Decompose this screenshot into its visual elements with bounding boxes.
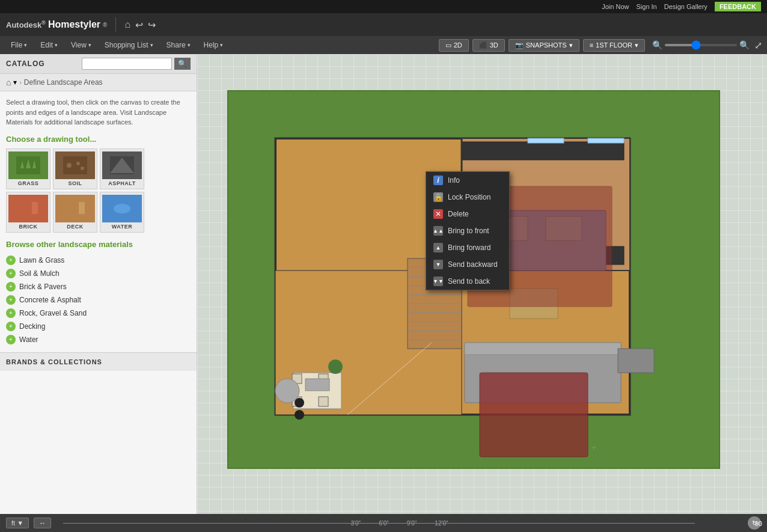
ctx-send-backward[interactable]: ▼ Send backward <box>426 256 509 273</box>
search-input[interactable] <box>82 58 172 70</box>
canvas-area[interactable]: + i Info 🔒 Lock Position <box>197 54 767 514</box>
soil-tool[interactable]: SOIL <box>53 148 97 189</box>
units-button[interactable]: ft ▼ <box>6 518 29 528</box>
undo-icon[interactable]: ↩ <box>135 19 143 31</box>
menu-bar: File ▾ Edit ▾ View ▾ Shopping List ▾ Sha… <box>0 36 767 54</box>
svg-point-15 <box>114 204 130 213</box>
deck-tool[interactable]: DECK <box>53 192 97 233</box>
fullscreen-icon[interactable]: ⤢ <box>754 40 762 51</box>
bring-to-front-icon: ▲▲ <box>433 226 443 236</box>
join-now-link[interactable]: Join Now <box>602 3 629 10</box>
catalog-title: CATALOG <box>6 60 45 68</box>
home-breadcrumb-icon[interactable]: ⌂ <box>6 78 11 87</box>
soil-icon <box>63 156 87 174</box>
grass-icon <box>16 156 40 174</box>
edit-menu[interactable]: Edit ▾ <box>34 38 64 52</box>
ctx-send-to-back[interactable]: ▼▼ Send to back <box>426 273 509 290</box>
browse-decking[interactable]: + Decking <box>6 320 191 333</box>
browse-lawn-grass[interactable]: + Lawn & Grass <box>6 254 191 267</box>
feedback-button[interactable]: FEEDBACK <box>715 2 761 11</box>
browse-water[interactable]: + Water <box>6 333 191 346</box>
top-bar: Join Now Sign In Design Gallery FEEDBACK <box>0 0 767 13</box>
grass-thumbnail <box>8 151 48 179</box>
ctx-delete[interactable]: ✕ Delete <box>426 206 509 222</box>
zoom-out-icon[interactable]: 🔍 <box>652 40 662 50</box>
svg-rect-43 <box>480 373 588 457</box>
ctx-info[interactable]: i Info <box>426 172 509 189</box>
ruler-toggle-button[interactable]: ↔ <box>34 518 51 528</box>
svg-text:+: + <box>591 442 596 453</box>
shopping-list-menu[interactable]: Shopping List ▾ <box>99 38 159 52</box>
brick-icon <box>16 200 40 218</box>
header-divider <box>115 17 116 32</box>
breadcrumb-separator: › <box>19 79 21 86</box>
tool-grid: GRASS SOIL <box>6 148 191 233</box>
water-thumbnail <box>102 195 142 222</box>
ctx-bring-forward[interactable]: ▲ Bring forward <box>426 239 509 256</box>
browse-concrete-asphalt[interactable]: + Concrete & Asphalt <box>6 293 191 307</box>
browse-rock-gravel[interactable]: + Rock, Gravel & Sand <box>6 307 191 320</box>
floor-arrow: ▾ <box>635 41 638 49</box>
home-tool-icon[interactable]: ⌂ <box>124 19 130 30</box>
browse-brick-pavers[interactable]: + Brick & Pavers <box>6 280 191 293</box>
rock-gravel-icon: + <box>6 308 16 318</box>
asphalt-thumbnail <box>102 151 142 179</box>
browse-soil-mulch[interactable]: + Soil & Mulch <box>6 267 191 280</box>
logo-homestyler: Homestyler <box>48 19 100 30</box>
svg-point-6 <box>76 162 80 165</box>
breadcrumb: ⌂ ▾ › Define Landscape Areas <box>0 74 197 91</box>
ctx-lock-label: Lock Position <box>448 193 490 201</box>
sidebar: CATALOG 🔍 ⌂ ▾ › Define Landscape Areas S… <box>0 54 197 514</box>
brick-tool[interactable]: BRICK <box>6 192 50 233</box>
svg-rect-46 <box>528 138 564 143</box>
decking-icon: + <box>6 322 16 331</box>
ctx-lock-position[interactable]: 🔒 Lock Position <box>426 189 509 206</box>
ctx-bring-to-front[interactable]: ▲▲ Bring to front <box>426 222 509 239</box>
ruler-line <box>63 523 695 524</box>
svg-rect-35 <box>319 397 328 406</box>
svg-point-37 <box>295 410 304 420</box>
app-header: Autodesk® Homestyler ® ⌂ ↩ ↪ <box>0 13 767 36</box>
water-tool[interactable]: WATER <box>100 192 144 233</box>
help-menu[interactable]: Help ▾ <box>198 38 230 52</box>
file-menu[interactable]: File ▾ <box>5 38 33 52</box>
design-gallery-link[interactable]: Design Gallery <box>664 3 707 10</box>
svg-rect-42 <box>465 343 621 355</box>
sign-in-link[interactable]: Sign In <box>636 3 656 10</box>
concrete-asphalt-label: Concrete & Asphalt <box>19 296 81 304</box>
catalog-header: CATALOG 🔍 <box>0 54 197 74</box>
breadcrumb-dropdown[interactable]: ▾ <box>13 78 17 87</box>
menubar-right: ▭ 2D ⬛ 3D 📷 SNAPSHOTS ▾ ≡ 1ST FLOOR ▾ 🔍 … <box>439 39 762 52</box>
concrete-asphalt-icon: + <box>6 295 16 305</box>
btn-3d[interactable]: ⬛ 3D <box>472 39 505 52</box>
2d-icon: ▭ <box>445 41 451 49</box>
view-menu[interactable]: View ▾ <box>65 38 97 52</box>
soil-mulch-icon: + <box>6 269 16 278</box>
brick-pavers-icon: + <box>6 282 16 292</box>
svg-rect-19 <box>462 142 624 160</box>
svg-marker-11 <box>32 202 38 214</box>
zoom-value: 90 <box>755 520 762 527</box>
context-menu: i Info 🔒 Lock Position ✕ Delete ▲▲ Bring… <box>426 171 510 290</box>
logo-autodesk: Autodesk® <box>6 20 46 29</box>
shopping-list-arrow: ▾ <box>150 42 153 48</box>
snapshots-arrow: ▾ <box>569 41 573 49</box>
snapshots-button[interactable]: 📷 SNAPSHOTS ▾ <box>509 39 579 52</box>
share-menu[interactable]: Share ▾ <box>160 38 197 52</box>
deck-label: DECK <box>67 224 84 230</box>
soil-mulch-label: Soil & Mulch <box>19 269 60 278</box>
btn-2d[interactable]: ▭ 2D <box>439 39 469 52</box>
zoom-in-icon[interactable]: 🔍 <box>739 40 750 50</box>
redo-icon[interactable]: ↪ <box>148 19 156 31</box>
floor-button[interactable]: ≡ 1ST FLOOR ▾ <box>583 39 645 52</box>
asphalt-icon <box>110 156 134 174</box>
bring-forward-icon: ▲ <box>433 243 443 252</box>
asphalt-tool[interactable]: ASPHALT <box>100 148 144 189</box>
water-browse-icon: + <box>6 335 16 344</box>
soil-thumbnail <box>55 151 95 179</box>
zoom-slider[interactable] <box>665 44 737 46</box>
search-button[interactable]: 🔍 <box>174 58 191 70</box>
grass-tool[interactable]: GRASS <box>6 148 50 189</box>
help-menu-arrow: ▾ <box>220 42 223 48</box>
browse-title: Browse other landscape materials <box>6 240 191 249</box>
